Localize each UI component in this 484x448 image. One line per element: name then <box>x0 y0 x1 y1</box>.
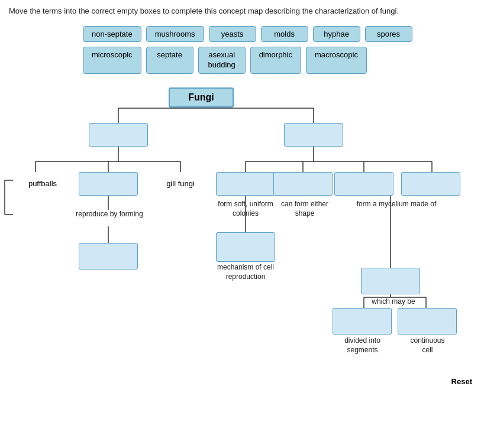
term-dimorphic[interactable]: dimorphic <box>250 47 301 74</box>
divided-box[interactable] <box>333 308 392 335</box>
right-child-2-box[interactable] <box>273 172 333 196</box>
term-mushrooms[interactable]: mushrooms <box>146 26 204 42</box>
concept-map: Fungi puffballs gill fungi reproduce by … <box>0 85 484 392</box>
term-spores[interactable]: spores <box>365 26 412 42</box>
continuous-box[interactable] <box>398 308 457 335</box>
right-child-3-box[interactable] <box>334 172 393 196</box>
left-sub-box[interactable] <box>79 172 138 196</box>
term-macroscopic[interactable]: macroscopic <box>306 47 367 74</box>
form-mycelium-label: form a mycelium made of <box>352 200 441 209</box>
which-may-be-label: which may be <box>349 297 438 307</box>
right-child-4-box[interactable] <box>401 172 460 196</box>
form-soft-result-box[interactable] <box>216 232 275 262</box>
can-form-label: can form eithershape <box>269 200 340 218</box>
term-hyphae[interactable]: hyphae <box>313 26 360 42</box>
gill-fungi-label: gill fungi <box>151 172 210 196</box>
mechanism-label: mechanism of cellreproduction <box>207 263 284 281</box>
reproduce-result-box[interactable] <box>79 243 138 270</box>
term-molds[interactable]: molds <box>261 26 308 42</box>
right-category-box[interactable] <box>284 123 343 147</box>
reproduce-label: reproduce by forming <box>71 210 148 219</box>
right-child-1-box[interactable] <box>216 172 275 196</box>
term-yeasts[interactable]: yeasts <box>209 26 256 42</box>
reset-button[interactable]: Reset <box>451 377 472 386</box>
term-microscopic[interactable]: microscopic <box>83 47 141 74</box>
divided-label: divided intosegments <box>328 336 396 355</box>
term-asexual-budding[interactable]: asexualbudding <box>198 47 246 74</box>
term-septate[interactable]: septate <box>146 47 193 74</box>
puffballs-label: puffballs <box>13 172 72 196</box>
continuous-label: continuouscell <box>393 336 462 355</box>
fungi-box: Fungi <box>169 87 234 108</box>
form-soft-label: form soft, uniformcolonies <box>213 200 278 218</box>
left-category-box[interactable] <box>89 123 148 147</box>
instruction-text: Move the terms into the correct empty bo… <box>0 0 484 21</box>
term-non-septate[interactable]: non-septate <box>83 26 141 42</box>
mycelium-box[interactable] <box>361 268 420 294</box>
term-bank: non-septate mushrooms yeasts molds hypha… <box>0 21 484 79</box>
